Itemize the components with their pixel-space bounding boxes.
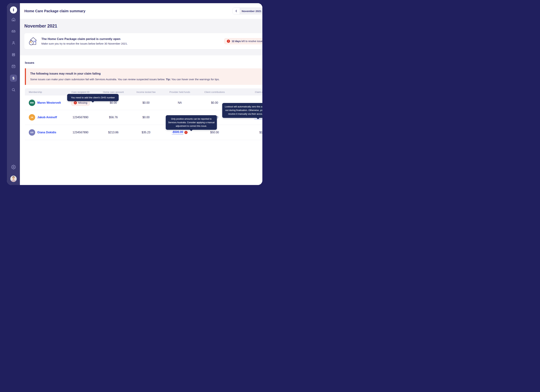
care-recipient-id-cell: 1234567890: [66, 131, 95, 134]
issues-section: Issues The following issues may result i…: [20, 55, 262, 185]
member-avatar: JA: [29, 114, 35, 120]
member-link[interactable]: Jakob Aminoff: [37, 116, 57, 119]
sidebar: $: [7, 3, 20, 185]
table-row: GD Giana Dokidis 1234567890 $213.86 $35.…: [25, 125, 262, 140]
user-avatar[interactable]: [10, 176, 17, 182]
member-avatar: MW: [29, 99, 35, 106]
home-care-account-cell: $0.00: [95, 101, 131, 104]
store-icon: [11, 52, 16, 57]
chevron-left-icon: [235, 10, 238, 12]
topbar: Home Care Package claim summary November…: [20, 3, 262, 19]
col-care-recipient-id: Care recipient ID: [66, 91, 95, 93]
page-title: Home Care Package claim summary: [24, 9, 85, 13]
care-recipient-id-cell: 1234567890: [66, 116, 95, 119]
search-icon: [11, 88, 16, 92]
sidebar-item-clients[interactable]: [11, 41, 16, 45]
period-label[interactable]: November 2021: [240, 8, 262, 14]
income-tested-fee-cell: $0.00: [131, 101, 160, 104]
dollar-icon: $: [10, 74, 17, 82]
table-header-row: Membership Care recipient ID Home care a…: [25, 88, 262, 95]
home-care-account-cell: $213.86: [95, 131, 131, 134]
member-link[interactable]: Giana Dokidis: [37, 131, 56, 134]
sidebar-item-billing[interactable]: $: [10, 74, 17, 82]
sidebar-item-settings[interactable]: [11, 165, 16, 169]
period-section: November 2021: [20, 19, 262, 55]
prev-period-button[interactable]: [233, 8, 240, 14]
income-tested-fee-cell: $0.00: [131, 116, 160, 119]
member-link[interactable]: Maren Westervelt: [37, 101, 61, 104]
home-icon: [11, 17, 16, 22]
member-avatar: GD: [29, 129, 35, 136]
tooltip-dhs-number: You need to add the client’s DHS number: [67, 94, 119, 101]
sidebar-item-inbox[interactable]: [11, 29, 16, 34]
member-cell: GD Giana Dokidis: [25, 129, 66, 136]
error-circle-icon[interactable]: !: [184, 131, 188, 134]
col-claim-amount: Claim amount: [230, 91, 262, 93]
col-client-contributions: Client contributions: [199, 91, 230, 93]
negative-funds-link[interactable]: -$500.00: [172, 130, 183, 134]
income-tested-fee-cell: $35.23: [131, 131, 160, 134]
period-heading: November 2021: [24, 23, 262, 29]
member-cell: JA Jakob Aminoff: [25, 114, 66, 120]
banner-subtitle: Make sure you try to resolve the issues …: [41, 42, 128, 45]
person-icon: [11, 41, 16, 45]
tooltip-auto-zero: Lookout will automatically zero this amo…: [222, 103, 262, 118]
sidebar-item-search[interactable]: [11, 88, 16, 92]
sidebar-item-home[interactable]: [11, 17, 16, 22]
callout-title: The following issues may result in your …: [30, 72, 262, 75]
client-contributions-cell: $50.00: [199, 131, 230, 134]
claim-period-switcher: November 2021: [233, 8, 262, 14]
logo-icon: [10, 6, 17, 14]
home-care-account-cell: $56.76: [95, 116, 131, 119]
app-logo: [10, 6, 17, 14]
inbox-icon: [11, 29, 16, 34]
alert-icon: !: [227, 40, 230, 43]
gear-icon: [11, 165, 16, 169]
house-timer-icon: [28, 36, 38, 46]
col-home-care-account: Home care account: [95, 91, 131, 93]
main-area: Home Care Package claim summary November…: [20, 3, 262, 185]
sidebar-item-schedule[interactable]: [11, 64, 16, 69]
provider-held-funds-cell: NA: [160, 101, 199, 104]
claim-amount-cell: $120.00: [230, 131, 262, 134]
days-left-badge: ! 12 days left to resolve issues: [224, 38, 262, 44]
calendar-icon: [11, 64, 16, 69]
sidebar-item-providers[interactable]: [11, 52, 16, 57]
callout-body: Some issues can make your claim submissi…: [30, 78, 262, 81]
member-cell: MW Maren Westervelt: [25, 99, 66, 106]
tooltip-positive-only: Only positive amounts can be reported to…: [166, 115, 217, 130]
issues-warning-callout: The following issues may result in your …: [25, 68, 262, 85]
app-window: $: [7, 3, 262, 185]
claim-period-banner: The Home Care Package claim period is cu…: [24, 33, 262, 49]
provider-held-funds-cell: -$500.00 !: [160, 130, 199, 134]
col-membership: Membership: [25, 91, 66, 93]
col-income-tested-fee: Income tested fee: [131, 91, 160, 93]
issues-heading: Issues: [25, 61, 262, 65]
col-provider-held-funds: Provider held funds: [160, 91, 199, 93]
banner-title: The Home Care Package claim period is cu…: [41, 37, 128, 41]
days-left-text: 12 days left to resolve issues: [232, 40, 262, 43]
alert-icon: !: [74, 101, 77, 104]
